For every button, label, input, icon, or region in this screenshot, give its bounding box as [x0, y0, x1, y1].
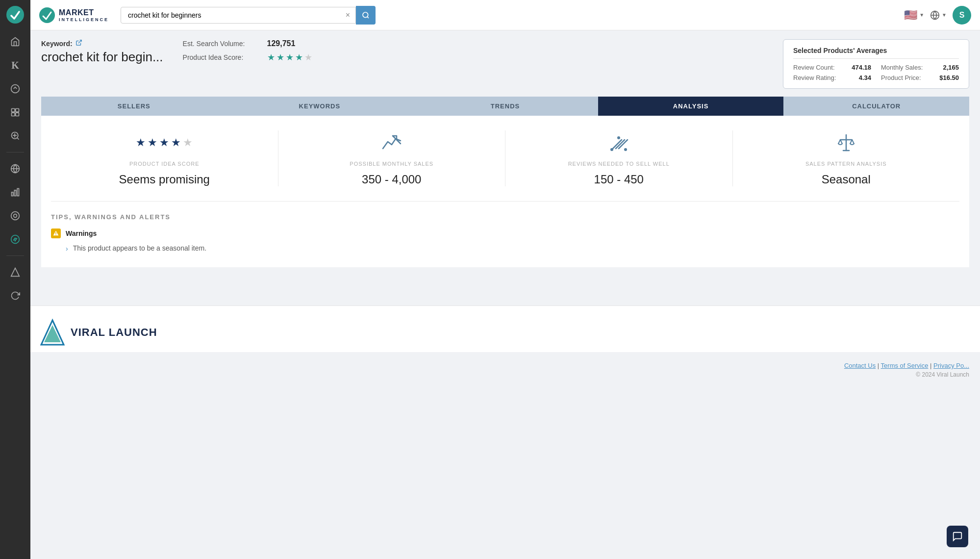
- monthly-sales-label: Monthly Sales:: [881, 64, 923, 71]
- sidebar-item-bar-chart[interactable]: [5, 182, 25, 203]
- product-price-value: $16.50: [939, 74, 959, 81]
- svg-rect-13: [14, 190, 16, 196]
- svg-point-20: [363, 12, 368, 18]
- sidebar-item-search[interactable]: [5, 126, 25, 146]
- search-input[interactable]: [121, 7, 356, 24]
- globe-selector[interactable]: ▼: [930, 10, 947, 20]
- metric-monthly-sales: POSSIBLE MONTHLY SALES 350 - 4,000: [278, 130, 506, 186]
- review-count-value: 474.18: [852, 64, 871, 71]
- tab-sellers[interactable]: SELLERS: [41, 97, 227, 116]
- sidebar-divider-2: [6, 255, 24, 256]
- sidebar-item-keyword[interactable]: K: [5, 55, 25, 76]
- copyright: © 2024 Viral Launch: [41, 371, 969, 378]
- warning-row: Warnings: [51, 229, 959, 238]
- review-count-label: Review Count:: [793, 64, 835, 71]
- metric-label-product-idea: PRODUCT IDEA SCORE: [129, 161, 200, 167]
- monthly-sales-value: 2,165: [943, 64, 959, 71]
- footer-sep-1: |: [878, 362, 881, 369]
- metric-star-1: ★: [136, 136, 146, 149]
- sidebar-item-refresh[interactable]: [5, 285, 25, 306]
- averages-grid: Review Count: 474.18 Monthly Sales: 2,16…: [793, 64, 959, 81]
- keyword-header: Keyword: crochet kit for begin... Est. S…: [41, 39, 969, 89]
- monthly-sales-icon: [381, 130, 402, 155]
- svg-point-29: [610, 148, 613, 151]
- svg-point-0: [6, 6, 24, 24]
- metric-star-4: ★: [171, 136, 181, 149]
- us-flag-icon: 🇺🇸: [904, 9, 917, 22]
- svg-rect-14: [17, 189, 19, 196]
- metric-star-3: ★: [159, 136, 169, 149]
- svg-rect-5: [16, 113, 19, 116]
- sales-pattern-icon: [835, 130, 857, 155]
- monthly-sales-row: Monthly Sales: 2,165: [881, 64, 959, 71]
- viral-launch-logo-icon: [40, 318, 65, 347]
- search-button[interactable]: [356, 6, 376, 25]
- tab-bar: SELLERS KEYWORDS TRENDS ANALYSIS CALCULA…: [41, 97, 969, 116]
- review-rating-value: 4.34: [859, 74, 871, 81]
- svg-point-19: [39, 7, 55, 23]
- svg-rect-4: [12, 113, 15, 116]
- svg-line-24: [78, 40, 81, 43]
- search-wrap: ×: [121, 6, 376, 25]
- sidebar-item-globe[interactable]: [5, 158, 25, 179]
- footer-sep-2: |: [930, 362, 933, 369]
- sidebar-item-home[interactable]: [5, 31, 25, 52]
- keyword-title: crochet kit for begin...: [41, 50, 163, 65]
- brand-logo: [39, 7, 55, 23]
- sidebar-item-analytics[interactable]: [5, 78, 25, 99]
- terms-link[interactable]: Terms of Service: [881, 362, 929, 369]
- svg-point-1: [11, 85, 20, 93]
- metric-sales-pattern: SALES PATTERN ANALYSIS Seasonal: [733, 130, 960, 186]
- analysis-panel: ★ ★ ★ ★ ★ PRODUCT IDEA SCORE Seems promi…: [41, 116, 969, 267]
- privacy-link[interactable]: Privacy Po...: [933, 362, 969, 369]
- review-rating-row: Review Rating: 4.34: [793, 74, 871, 81]
- sidebar-item-triangle[interactable]: [5, 262, 25, 282]
- tab-analysis[interactable]: ANALYSIS: [598, 97, 784, 116]
- svg-rect-12: [12, 192, 13, 196]
- svg-line-7: [17, 138, 19, 140]
- sidebar-item-donut[interactable]: [5, 205, 25, 226]
- tips-section: TIPS, WARNINGS AND ALERTS Warnings › Thi…: [51, 213, 959, 257]
- svg-point-16: [14, 214, 17, 218]
- brand: MARKET INTELLIGENCE: [39, 7, 109, 23]
- sidebar-item-lightning[interactable]: [5, 229, 25, 250]
- svg-point-17: [11, 235, 20, 244]
- metric-label-sales-pattern: SALES PATTERN ANALYSIS: [805, 161, 887, 167]
- product-price-label: Product Price:: [881, 74, 921, 81]
- est-search-volume-value: 129,751: [267, 39, 296, 48]
- warning-item-1: › This product appears to be a seasonal …: [66, 244, 959, 253]
- metric-star-5: ★: [183, 136, 193, 149]
- tab-calculator[interactable]: CALCULATOR: [783, 97, 969, 116]
- contact-us-link[interactable]: Contact Us: [844, 362, 876, 369]
- reviews-needed-icon: [608, 130, 629, 155]
- tab-keywords[interactable]: KEYWORDS: [227, 97, 413, 116]
- metric-product-idea-score: ★ ★ ★ ★ ★ PRODUCT IDEA SCORE Seems promi…: [51, 130, 278, 186]
- tips-title: TIPS, WARNINGS AND ALERTS: [51, 213, 959, 221]
- flag-selector[interactable]: 🇺🇸 ▼: [904, 9, 924, 22]
- warning-icon: [51, 229, 61, 238]
- page-content: Keyword: crochet kit for begin... Est. S…: [30, 30, 980, 276]
- topnav-right: 🇺🇸 ▼ ▼ S: [904, 6, 971, 25]
- svg-point-15: [11, 212, 20, 220]
- svg-line-21: [367, 17, 369, 18]
- sidebar-logo[interactable]: [6, 6, 24, 24]
- bottom-logo-area: VIRAL LAUNCH: [30, 305, 980, 352]
- chat-button[interactable]: [947, 526, 968, 547]
- product-idea-score-label: Product Idea Score:: [183, 53, 261, 61]
- globe-chevron-icon: ▼: [942, 12, 947, 18]
- review-rating-label: Review Rating:: [793, 74, 836, 81]
- keyword-label-row: Keyword:: [41, 39, 163, 48]
- metric-value-product-idea: Seems promising: [119, 173, 210, 186]
- svg-point-30: [617, 136, 620, 139]
- main-wrapper: MARKET INTELLIGENCE × 🇺🇸 ▼ ▼ S: [30, 0, 980, 559]
- metric-value-reviews: 150 - 450: [594, 173, 644, 186]
- search-clear-button[interactable]: ×: [344, 9, 352, 22]
- warning-text-1: This product appears to be a seasonal it…: [73, 244, 206, 252]
- sidebar-item-sparkle[interactable]: [5, 102, 25, 123]
- external-link-icon[interactable]: [75, 39, 82, 48]
- star-4: ★: [295, 52, 303, 63]
- product-idea-score-row: Product Idea Score: ★ ★ ★ ★ ★: [183, 52, 312, 63]
- user-avatar[interactable]: S: [953, 6, 971, 25]
- tab-trends[interactable]: TRENDS: [412, 97, 598, 116]
- svg-point-31: [624, 148, 627, 151]
